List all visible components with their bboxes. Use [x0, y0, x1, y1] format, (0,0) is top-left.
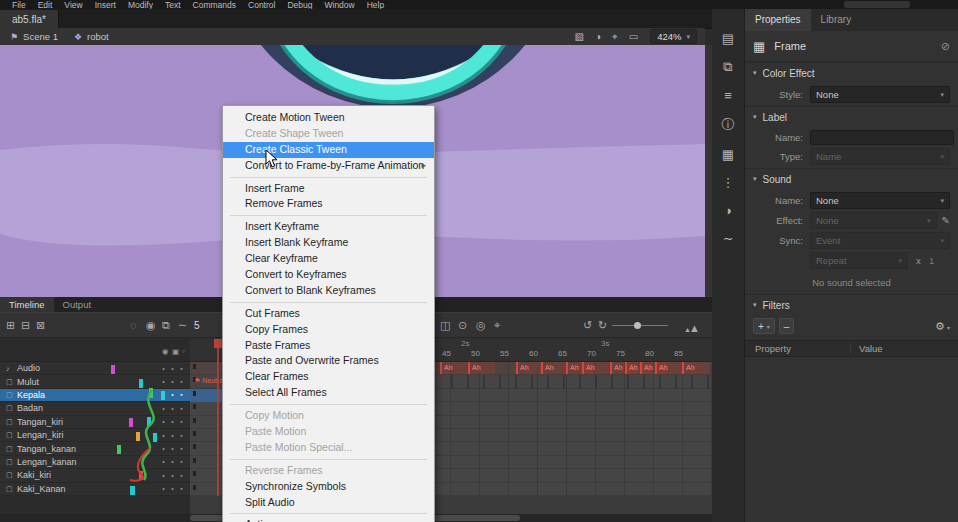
- visibility-dot[interactable]: •: [159, 458, 168, 465]
- eye-icon[interactable]: ◉: [162, 347, 169, 356]
- sound-effect-dropdown[interactable]: None ▾: [810, 212, 937, 229]
- frame-size-slider[interactable]: [612, 325, 668, 326]
- sound-sync-dropdown[interactable]: Event ▾: [810, 232, 950, 249]
- new-folder-icon[interactable]: ⊟: [21, 319, 30, 332]
- lock-dot[interactable]: •: [168, 391, 177, 398]
- menu-item[interactable]: Clear Frames: [223, 369, 434, 385]
- visibility-dot[interactable]: •: [159, 378, 168, 385]
- clip-content-icon[interactable]: ▧: [575, 31, 584, 42]
- menu-item[interactable]: Select All Frames: [223, 385, 434, 401]
- more-panels-icon[interactable]: ⋮: [722, 175, 735, 190]
- highlight-layers-icon[interactable]: ◉: [146, 319, 156, 332]
- visibility-dot[interactable]: •: [159, 365, 168, 372]
- menu-item-debug[interactable]: Debug: [287, 0, 312, 9]
- outline-swatch[interactable]: ▪: [177, 391, 186, 398]
- onion-skin-outline-icon[interactable]: ◎: [476, 319, 486, 332]
- lock-dot[interactable]: •: [168, 445, 177, 452]
- visibility-dot[interactable]: •: [159, 472, 168, 479]
- layer-row[interactable]: ▢Tangan_kiri••▪: [0, 416, 190, 429]
- menu-item-window[interactable]: Window: [324, 0, 354, 9]
- menu-item[interactable]: Convert to Blank Keyframes: [223, 283, 434, 299]
- layer-row[interactable]: ▢Kaki_kiri••▪: [0, 469, 190, 482]
- layers-panel-icon[interactable]: ▤: [722, 31, 734, 46]
- sound-repeat-dropdown[interactable]: Repeat ▾: [810, 252, 908, 269]
- step-back-icon[interactable]: ↺: [583, 319, 592, 332]
- history-panel-icon[interactable]: ◑: [724, 203, 732, 218]
- menu-item-text[interactable]: Text: [165, 0, 181, 9]
- center-stage-icon[interactable]: ⌖: [612, 31, 618, 43]
- menu-item[interactable]: Insert Frame: [223, 181, 434, 197]
- filters-options-icon[interactable]: ⚙▾: [935, 320, 950, 333]
- lock-dot[interactable]: •: [168, 485, 177, 492]
- pages-panel-icon[interactable]: ⧉: [723, 59, 732, 75]
- swatches-panel-icon[interactable]: ▦: [722, 147, 734, 162]
- visibility-dot[interactable]: •: [159, 432, 168, 439]
- menu-item[interactable]: Cut Frames: [223, 306, 434, 322]
- lock-dot[interactable]: •: [168, 432, 177, 439]
- visibility-dot[interactable]: •: [159, 445, 168, 452]
- panel-menu-icon[interactable]: ⊘: [941, 40, 950, 53]
- menu-item[interactable]: Clear Keyframe: [223, 251, 434, 267]
- layer-row[interactable]: ▢Badan••▪: [0, 402, 190, 415]
- menu-item[interactable]: Create Motion Tween: [223, 110, 434, 126]
- layer-row[interactable]: ▢Tangan_kanan••▪: [0, 442, 190, 455]
- onion-skin-icon[interactable]: ⊙: [458, 319, 467, 332]
- rotate-stage-icon[interactable]: ◑: [595, 31, 601, 42]
- lock-dot[interactable]: •: [168, 418, 177, 425]
- outline-swatch[interactable]: ▪: [177, 472, 186, 479]
- section-label[interactable]: ▾ Label: [745, 106, 958, 127]
- lock-dot[interactable]: •: [168, 472, 177, 479]
- menu-item-view[interactable]: View: [64, 0, 82, 9]
- stage-outline-icon[interactable]: ▭: [629, 31, 638, 42]
- show-layers-icon[interactable]: ◌: [130, 319, 137, 331]
- document-tab[interactable]: ab5.fla*: [0, 10, 59, 29]
- breadcrumb-symbol[interactable]: robot: [87, 31, 109, 42]
- add-filter-button[interactable]: +▾: [753, 318, 775, 334]
- stage-scrollbar[interactable]: [705, 45, 712, 297]
- menu-item-commands[interactable]: Commands: [193, 0, 236, 9]
- menu-item[interactable]: Remove Frames: [223, 196, 434, 212]
- lock-icon[interactable]: ▣: [172, 347, 179, 356]
- sound-name-dropdown[interactable]: None ▾: [810, 192, 950, 209]
- step-forward-icon[interactable]: ↻: [598, 319, 607, 332]
- tab-output[interactable]: Output: [54, 297, 101, 312]
- layer-row[interactable]: ▢Lengan_kiri••▪: [0, 429, 190, 442]
- menu-item[interactable]: Paste Frames: [223, 338, 434, 354]
- workspace-switcher[interactable]: [844, 1, 910, 8]
- outline-swatch[interactable]: ▪: [177, 485, 186, 492]
- edit-multiple-frames-icon[interactable]: ⧉: [162, 319, 170, 332]
- lock-dot[interactable]: •: [168, 458, 177, 465]
- menu-item-insert[interactable]: Insert: [95, 0, 116, 9]
- zoom-level-dropdown[interactable]: 424% ▾: [650, 29, 697, 44]
- menu-item[interactable]: Synchronize Symbols: [223, 479, 434, 495]
- graph-icon[interactable]: ∼: [178, 319, 187, 332]
- section-color-effect[interactable]: ▾ Color Effect: [745, 62, 958, 83]
- layer-row-selected[interactable]: ▢Kepala••▪: [0, 389, 190, 402]
- edit-effect-icon[interactable]: ✎: [942, 215, 950, 226]
- new-layer-icon[interactable]: ⊞: [6, 319, 15, 332]
- tab-properties[interactable]: Properties: [745, 9, 811, 31]
- layer-row[interactable]: ♪Audio••▪: [0, 362, 190, 375]
- menu-item-edit[interactable]: Edit: [38, 0, 53, 9]
- section-filters[interactable]: ▾ Filters: [745, 294, 958, 315]
- lock-dot[interactable]: •: [168, 365, 177, 372]
- delete-layer-icon[interactable]: ⊠: [36, 319, 45, 332]
- menu-item[interactable]: Split Audio: [223, 495, 434, 511]
- align-panel-icon[interactable]: ≡: [724, 88, 732, 103]
- menu-item-help[interactable]: Help: [367, 0, 384, 9]
- center-playhead-icon[interactable]: ⌖: [494, 319, 500, 332]
- insert-frame-icon[interactable]: ◫: [440, 319, 450, 332]
- layer-row[interactable]: ▢Kaki_Kanan••▪: [0, 483, 190, 496]
- lock-dot[interactable]: •: [168, 405, 177, 412]
- info-panel-icon[interactable]: ⓘ: [722, 116, 735, 134]
- menu-item[interactable]: Convert to Keyframes: [223, 267, 434, 283]
- label-name-input[interactable]: [810, 130, 954, 145]
- outline-swatch[interactable]: ▪: [177, 445, 186, 452]
- style-dropdown[interactable]: None ▾: [810, 86, 950, 103]
- menu-item[interactable]: Actions: [223, 517, 434, 522]
- outline-icon[interactable]: ▫: [182, 347, 185, 356]
- tab-timeline[interactable]: Timeline: [0, 297, 54, 312]
- menu-item-control[interactable]: Control: [248, 0, 275, 9]
- layer-row[interactable]: ▢Lengan_kanan••▪: [0, 456, 190, 469]
- repeat-count-value[interactable]: 1: [925, 255, 939, 266]
